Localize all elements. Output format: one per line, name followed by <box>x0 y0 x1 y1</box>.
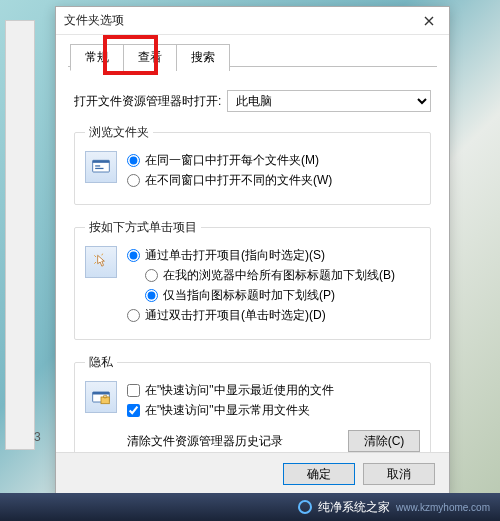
svg-rect-3 <box>95 168 103 169</box>
tab-view[interactable]: 查看 <box>123 44 177 71</box>
checkbox-recent-files[interactable]: 在"快速访问"中显示最近使用的文件 <box>127 382 420 399</box>
folder-options-dialog: 文件夹选项 常规 查看 搜索 打开文件资源管理器时打开: 此电脑 浏览文件夹 <box>55 6 450 496</box>
watermark-site-name: 纯净系统之家 <box>318 499 390 516</box>
tab-general[interactable]: 常规 <box>70 44 124 71</box>
radio-same-window[interactable]: 在同一窗口中打开每个文件夹(M) <box>127 152 420 169</box>
click-items-legend: 按如下方式单击项目 <box>85 219 201 236</box>
privacy-legend: 隐私 <box>85 354 117 371</box>
clear-history-label: 清除文件资源管理器历史记录 <box>127 433 283 450</box>
radio-underline-hover[interactable]: 仅当指向图标标题时加下划线(P) <box>145 287 420 304</box>
ok-button[interactable]: 确定 <box>283 463 355 485</box>
background-numeral: 3 <box>34 430 41 444</box>
background-window-strip <box>5 20 35 450</box>
close-button[interactable] <box>409 7 449 35</box>
dialog-title: 文件夹选项 <box>64 12 409 29</box>
svg-rect-2 <box>95 165 100 166</box>
open-explorer-label: 打开文件资源管理器时打开: <box>74 93 221 110</box>
watermark-bar: 纯净系统之家 www.kzmyhome.com <box>0 493 500 521</box>
tab-search[interactable]: 搜索 <box>176 44 230 71</box>
dialog-content: 打开文件资源管理器时打开: 此电脑 浏览文件夹 在同一窗口中打开每个文件夹(M) <box>56 70 449 452</box>
click-items-group: 按如下方式单击项目 通过单击打开项目(指向时选定)(S) 在我的浏览器中给所有图… <box>74 219 431 340</box>
svg-rect-1 <box>93 160 110 163</box>
browse-folders-legend: 浏览文件夹 <box>85 124 153 141</box>
close-icon <box>424 16 434 26</box>
privacy-icon <box>85 381 117 413</box>
checkbox-frequent-folders[interactable]: 在"快速访问"中显示常用文件夹 <box>127 402 420 419</box>
click-items-icon <box>85 246 117 278</box>
clear-button[interactable]: 清除(C) <box>348 430 420 452</box>
radio-new-window[interactable]: 在不同窗口中打开不同的文件夹(W) <box>127 172 420 189</box>
dialog-button-row: 确定 取消 <box>56 452 449 495</box>
browse-folders-group: 浏览文件夹 在同一窗口中打开每个文件夹(M) 在不同窗口中打开不同的文件夹(W) <box>74 124 431 205</box>
watermark-logo-icon <box>298 500 312 514</box>
open-explorer-row: 打开文件资源管理器时打开: 此电脑 <box>74 90 431 112</box>
radio-single-click[interactable]: 通过单击打开项目(指向时选定)(S) <box>127 247 420 264</box>
watermark-url: www.kzmyhome.com <box>396 502 490 513</box>
svg-rect-5 <box>93 392 110 395</box>
titlebar: 文件夹选项 <box>56 7 449 35</box>
radio-underline-all[interactable]: 在我的浏览器中给所有图标标题加下划线(B) <box>145 267 420 284</box>
tab-strip: 常规 查看 搜索 <box>56 43 449 70</box>
open-explorer-dropdown[interactable]: 此电脑 <box>227 90 431 112</box>
radio-double-click[interactable]: 通过双击打开项目(单击时选定)(D) <box>127 307 420 324</box>
browse-folders-icon <box>85 151 117 183</box>
cancel-button[interactable]: 取消 <box>363 463 435 485</box>
privacy-group: 隐私 在"快速访问"中显示最近使用的文件 在"快速访问"中显示常用文件夹 <box>74 354 431 452</box>
